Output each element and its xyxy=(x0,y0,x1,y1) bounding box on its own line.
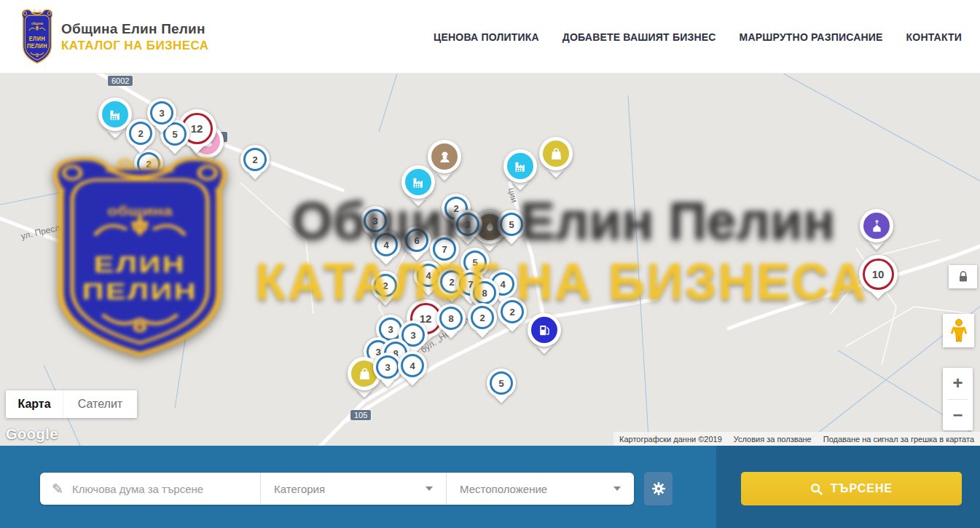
site-title: Община Елин Пелин xyxy=(61,21,208,37)
factory-icon xyxy=(503,149,537,183)
site-subtitle: КАТАЛОГ НА БИЗНЕСА xyxy=(61,39,208,53)
nav-pricing-policy[interactable]: ЦЕНОВА ПОЛИТИКА xyxy=(434,31,539,43)
keyword-field-wrap: ✎ xyxy=(40,473,260,505)
header: Община Елин Пелин КАТАЛОГ НА БИЗНЕСА ЦЕН… xyxy=(0,0,980,74)
cluster-count: 2 xyxy=(240,145,270,174)
map-cluster-marker[interactable]: 2 xyxy=(371,271,400,300)
cluster-count: 6 xyxy=(402,226,431,255)
attribution-report-error-link[interactable]: Подаване на сигнал за грешка в картата xyxy=(818,432,980,446)
map-cluster-marker[interactable]: 7 xyxy=(430,235,459,264)
map-cluster-marker[interactable]: 2 xyxy=(134,149,163,178)
cluster-count: 2 xyxy=(498,297,527,326)
cluster-count: 2 xyxy=(371,271,400,300)
advanced-settings-button[interactable] xyxy=(644,472,673,505)
search-bar: ✎ Категория Местоположение xyxy=(0,446,980,528)
location-select[interactable]: Местоположение xyxy=(446,473,634,505)
cluster-count: 8 xyxy=(436,304,466,333)
nav-route-schedule[interactable]: МАРШРУТНО РАЗПИСАНИЕ xyxy=(740,31,883,43)
map-cluster-marker[interactable]: 5 xyxy=(487,369,516,398)
map-pin-marker[interactable] xyxy=(539,137,573,170)
google-map[interactable]: 60021105 ул. Преславбул. „Новоселции 2 1… xyxy=(0,74,980,446)
church-icon xyxy=(860,209,893,243)
cluster-count: 4 xyxy=(398,351,427,380)
pencil-icon: ✎ xyxy=(52,481,63,497)
bag-icon xyxy=(539,137,573,170)
attribution-copyright: Картографски данни ©2019 xyxy=(614,432,728,446)
map-cluster-marker[interactable]: 2 xyxy=(498,297,527,326)
google-logo[interactable]: Google xyxy=(6,426,58,443)
category-select-value: Категория xyxy=(274,483,325,495)
map-cluster-marker[interactable]: 3 xyxy=(147,98,176,127)
map-type-satellite-button[interactable]: Сателит xyxy=(63,390,137,418)
map-cluster-marker[interactable]: 4 xyxy=(398,351,427,380)
map-pin-marker[interactable] xyxy=(503,149,537,183)
map-pin-marker[interactable] xyxy=(401,165,435,199)
cluster-count: 3 xyxy=(147,98,176,127)
map-type-control: Карта Сателит xyxy=(6,390,137,418)
map-pin-marker[interactable] xyxy=(860,209,893,243)
municipality-crest-logo xyxy=(20,8,54,66)
map-cluster-marker[interactable]: 4 xyxy=(372,230,401,259)
search-button[interactable]: ТЪРСЕНЕ xyxy=(741,472,962,505)
map-cluster-marker[interactable]: 5 xyxy=(497,210,526,239)
road-shield-label: 6002 xyxy=(108,76,133,86)
zoom-control: + − xyxy=(943,368,973,430)
location-select-value: Местоположение xyxy=(460,483,547,495)
site-logo[interactable]: Община Елин Пелин КАТАЛОГ НА БИЗНЕСА xyxy=(20,8,208,66)
map-attribution: Картографски данни ©2019 Условия за полз… xyxy=(614,432,980,446)
map-cluster-marker[interactable]: 2 xyxy=(468,303,497,332)
map-lock-control[interactable] xyxy=(949,265,977,288)
nav-contacts[interactable]: КОНТАКТИ xyxy=(906,31,962,43)
factory-icon xyxy=(401,165,435,199)
street-view-pegman[interactable] xyxy=(943,314,974,347)
cluster-count: 4 xyxy=(372,230,401,259)
search-icon xyxy=(810,483,823,495)
cluster-count: 10 xyxy=(859,255,898,293)
cluster-count: 5 xyxy=(497,210,526,239)
category-select[interactable]: Категория xyxy=(260,473,446,505)
search-button-label: ТЪРСЕНЕ xyxy=(831,482,893,495)
cluster-count: 2 xyxy=(134,149,163,178)
lock-icon xyxy=(958,271,968,283)
map-type-map-button[interactable]: Карта xyxy=(6,390,63,418)
map-cluster-marker[interactable]: 8 xyxy=(436,304,466,333)
chevron-down-icon xyxy=(614,486,621,491)
nav-add-your-business[interactable]: ДОБАВЕТЕ ВАШИЯТ БИЗНЕС xyxy=(562,31,716,43)
map-cluster-marker[interactable]: 10 xyxy=(859,255,898,293)
zoom-out-button[interactable]: − xyxy=(943,399,973,430)
map-pin-marker[interactable] xyxy=(528,313,561,347)
road-shield-label: 105 xyxy=(350,410,371,420)
search-fields-group: ✎ Категория Местоположение xyxy=(40,473,634,505)
cluster-count: 5 xyxy=(487,369,516,398)
cluster-count: 2 xyxy=(468,303,497,332)
fuel-icon xyxy=(528,313,561,347)
chevron-down-icon xyxy=(426,486,433,491)
map-cluster-marker[interactable]: 6 xyxy=(402,226,431,255)
map-cluster-marker[interactable]: 2 xyxy=(240,145,270,174)
attribution-terms-link[interactable]: Условия за ползване xyxy=(728,432,818,446)
keyword-search-input[interactable] xyxy=(72,483,251,495)
cluster-count: 7 xyxy=(430,235,459,264)
zoom-in-button[interactable]: + xyxy=(943,368,973,399)
pegman-icon xyxy=(951,318,967,343)
logo-text: Община Елин Пелин КАТАЛОГ НА БИЗНЕСА xyxy=(61,21,208,53)
main-nav: ЦЕНОВА ПОЛИТИКА ДОБАВЕТЕ ВАШИЯТ БИЗНЕС М… xyxy=(434,0,962,74)
gear-icon xyxy=(651,481,666,496)
